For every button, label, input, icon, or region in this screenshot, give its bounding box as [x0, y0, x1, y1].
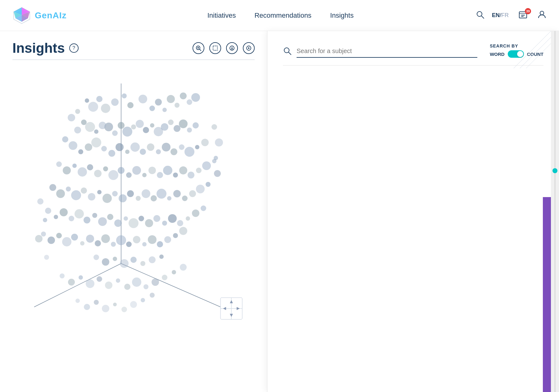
svg-point-132	[92, 213, 97, 218]
scatter-plot[interactable]	[16, 65, 252, 332]
svg-point-166	[93, 255, 99, 260]
search-input-wrapper	[297, 45, 477, 58]
svg-point-107	[66, 187, 71, 191]
annotate-button[interactable]: A	[226, 42, 238, 54]
svg-point-35	[167, 95, 175, 103]
svg-point-137	[129, 218, 139, 228]
svg-point-79	[170, 148, 177, 155]
viz-toolbar: A	[193, 42, 255, 54]
svg-point-96	[148, 167, 156, 174]
search-toggle[interactable]	[508, 50, 524, 58]
svg-rect-12	[521, 15, 525, 16]
play-button[interactable]	[243, 42, 255, 54]
svg-point-131	[84, 217, 90, 223]
svg-point-126	[45, 208, 51, 214]
notifications-badge: 39	[525, 8, 531, 14]
svg-point-156	[111, 242, 116, 247]
svg-point-48	[122, 127, 132, 137]
svg-point-127	[54, 215, 58, 219]
svg-point-61	[94, 129, 98, 134]
svg-point-42	[191, 93, 200, 102]
svg-point-28	[122, 93, 127, 98]
lang-en[interactable]: EN	[492, 12, 500, 18]
svg-point-115	[127, 190, 134, 197]
vertical-scrollbar[interactable]	[551, 31, 559, 392]
svg-point-29	[101, 104, 110, 113]
svg-point-49	[131, 124, 136, 129]
search-icon	[283, 47, 292, 56]
help-icon[interactable]: ?	[69, 43, 79, 53]
svg-point-119	[157, 189, 166, 199]
scrollbar-thumb[interactable]	[552, 168, 557, 173]
svg-point-101	[188, 172, 194, 178]
lang-fr[interactable]: FR	[501, 12, 509, 18]
svg-point-56	[174, 125, 180, 132]
svg-point-146	[201, 205, 206, 211]
svg-point-112	[102, 194, 112, 203]
svg-point-195	[141, 298, 145, 302]
svg-point-73	[125, 150, 130, 154]
svg-point-182	[132, 277, 141, 287]
svg-point-155	[101, 234, 110, 243]
svg-point-172	[149, 256, 156, 263]
svg-point-74	[130, 142, 140, 152]
svg-point-148	[48, 237, 55, 244]
svg-point-130	[75, 209, 84, 219]
svg-point-69	[91, 137, 101, 147]
viz-title-area: Insights ?	[12, 40, 79, 56]
svg-point-153	[86, 235, 94, 243]
zoom-in-button[interactable]	[193, 42, 204, 54]
page-title: Insights	[12, 40, 65, 56]
svg-point-147	[41, 232, 46, 237]
search-input[interactable]	[297, 45, 477, 58]
svg-point-203	[214, 156, 218, 160]
svg-point-149	[56, 233, 62, 238]
svg-point-37	[96, 96, 102, 102]
svg-point-102	[196, 168, 202, 173]
nav-initiatives[interactable]: Initiatives	[207, 10, 236, 21]
user-profile-icon[interactable]	[537, 10, 547, 21]
purple-sidebar-block	[543, 197, 551, 392]
svg-point-138	[139, 216, 144, 221]
svg-point-181	[124, 284, 130, 290]
search-by-label: SEARCH BY	[490, 43, 518, 48]
svg-point-106	[56, 189, 65, 198]
svg-point-124	[196, 185, 205, 193]
svg-line-16	[200, 49, 201, 51]
viz-header: Insights ?	[12, 40, 255, 56]
svg-point-186	[172, 270, 176, 274]
svg-point-99	[173, 173, 178, 178]
svg-point-87	[78, 167, 87, 177]
search-row: SEARCH BY WORD COUNT	[283, 43, 543, 58]
search-input-area	[283, 45, 477, 58]
svg-point-90	[103, 166, 108, 171]
scatter-svg	[16, 65, 252, 332]
svg-point-82	[195, 145, 199, 149]
svg-point-135	[114, 219, 122, 227]
svg-point-163	[164, 236, 171, 243]
toggle-knob	[517, 51, 523, 57]
notifications-button[interactable]: 39	[516, 9, 530, 22]
nav-recommendations[interactable]: Recommendations	[254, 10, 311, 21]
svg-point-139	[145, 219, 153, 227]
svg-point-67	[78, 149, 83, 154]
svg-point-121	[173, 190, 181, 197]
header-search-icon[interactable]	[476, 10, 484, 21]
svg-point-128	[60, 208, 68, 216]
svg-point-64	[74, 127, 81, 133]
svg-point-177	[86, 279, 94, 288]
svg-point-109	[81, 187, 87, 194]
svg-text:A: A	[231, 47, 233, 50]
svg-point-202	[215, 138, 223, 146]
svg-point-14	[540, 11, 544, 15]
select-region-button[interactable]	[209, 42, 221, 54]
svg-point-175	[68, 279, 75, 286]
scrollbar-track	[554, 31, 556, 392]
svg-point-143	[177, 220, 183, 226]
svg-point-65	[62, 136, 68, 142]
svg-point-32	[149, 106, 155, 111]
svg-point-117	[142, 189, 150, 198]
lang-switch[interactable]: EN/FR	[492, 12, 509, 19]
nav-cross[interactable]	[217, 295, 245, 322]
nav-insights[interactable]: Insights	[330, 10, 354, 21]
